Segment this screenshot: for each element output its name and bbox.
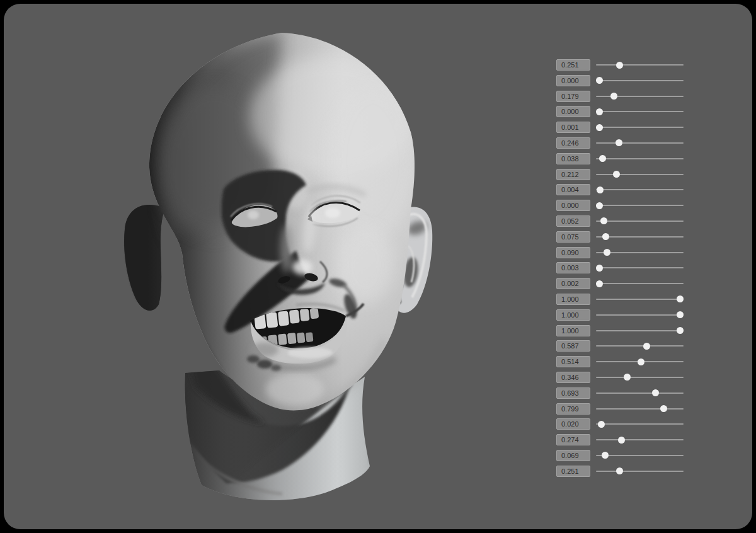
slider-value-field[interactable]: 0.020 [556, 418, 590, 430]
slider-value-field[interactable]: 0.004 [556, 184, 590, 195]
slider[interactable] [596, 450, 684, 461]
slider-value-field[interactable]: 0.587 [556, 340, 590, 352]
slider-track[interactable] [596, 345, 684, 347]
slider-track[interactable] [596, 111, 684, 112]
slider-track[interactable] [596, 455, 684, 456]
slider-value-field[interactable]: 0.002 [556, 278, 590, 289]
slider-value-field[interactable]: 0.000 [556, 75, 590, 86]
slider-track[interactable] [596, 96, 684, 97]
slider-handle[interactable] [602, 233, 609, 240]
slider[interactable] [596, 372, 684, 383]
slider-track[interactable] [596, 408, 684, 410]
slider[interactable] [596, 325, 684, 336]
slider-handle[interactable] [677, 311, 684, 318]
slider[interactable] [596, 215, 684, 227]
slider[interactable] [596, 340, 684, 352]
slider[interactable] [596, 153, 684, 164]
slider-handle[interactable] [596, 202, 603, 209]
slider-value-field[interactable]: 0.251 [556, 466, 590, 477]
slider[interactable] [596, 106, 684, 117]
slider[interactable] [596, 466, 684, 477]
slider[interactable] [596, 169, 684, 180]
slider-value-field[interactable]: 0.001 [556, 122, 590, 133]
slider[interactable] [596, 294, 684, 305]
slider-track[interactable] [596, 142, 684, 144]
slider-value-field[interactable]: 0.052 [556, 215, 590, 227]
slider-handle[interactable] [600, 217, 607, 224]
slider-track[interactable] [596, 283, 684, 284]
slider[interactable] [596, 75, 684, 86]
slider-value-field[interactable]: 0.179 [556, 91, 590, 102]
slider-track[interactable] [596, 267, 684, 268]
slider-handle[interactable] [596, 108, 603, 115]
slider[interactable] [596, 387, 684, 399]
slider[interactable] [596, 278, 684, 289]
slider-handle[interactable] [660, 405, 667, 412]
slider[interactable] [596, 247, 684, 258]
slider-value-field[interactable]: 0.038 [556, 153, 590, 164]
slider-handle[interactable] [599, 155, 606, 162]
slider[interactable] [596, 200, 684, 211]
slider-handle[interactable] [596, 280, 603, 287]
slider-handle[interactable] [616, 62, 623, 69]
slider-value-field[interactable]: 0.799 [556, 403, 590, 415]
slider-value-field[interactable]: 0.069 [556, 450, 590, 461]
slider[interactable] [596, 137, 684, 149]
slider[interactable] [596, 434, 684, 445]
slider-handle[interactable] [616, 467, 623, 474]
slider[interactable] [596, 122, 684, 133]
slider-value-field[interactable]: 0.075 [556, 231, 590, 243]
slider-value-field[interactable]: 1.000 [556, 294, 590, 305]
slider[interactable] [596, 184, 684, 195]
slider-handle[interactable] [596, 124, 603, 131]
slider-handle[interactable] [604, 249, 610, 256]
slider-track[interactable] [596, 299, 684, 300]
slider[interactable] [596, 356, 684, 367]
slider-track[interactable] [596, 127, 684, 128]
slider-handle[interactable] [596, 77, 603, 84]
slider[interactable] [596, 59, 684, 71]
slider-value-field[interactable]: 1.000 [556, 325, 590, 336]
slider-handle[interactable] [638, 358, 644, 365]
slider-handle[interactable] [597, 186, 604, 193]
slider-handle[interactable] [618, 437, 625, 444]
slider-value-field[interactable]: 0.003 [556, 262, 590, 273]
slider-handle[interactable] [610, 93, 617, 100]
slider-value-field[interactable]: 0.514 [556, 356, 590, 367]
slider-handle[interactable] [677, 295, 684, 302]
slider-value-field[interactable]: 0.251 [556, 59, 590, 71]
slider-value-field[interactable]: 0.000 [556, 106, 590, 117]
slider-track[interactable] [596, 314, 684, 316]
slider-track[interactable] [596, 64, 684, 66]
slider-track[interactable] [596, 189, 684, 190]
slider[interactable] [596, 262, 684, 273]
slider[interactable] [596, 231, 684, 243]
slider[interactable] [596, 91, 684, 102]
slider-handle[interactable] [652, 389, 659, 396]
slider-value-field[interactable]: 0.090 [556, 247, 590, 258]
slider-handle[interactable] [602, 452, 609, 459]
slider-value-field[interactable]: 0.246 [556, 137, 590, 149]
slider-value-field[interactable]: 1.000 [556, 309, 590, 321]
slider[interactable] [596, 309, 684, 321]
slider-track[interactable] [596, 80, 684, 81]
slider-handle[interactable] [624, 374, 631, 381]
slider-track[interactable] [596, 158, 684, 159]
slider-value-field[interactable]: 0.000 [556, 200, 590, 211]
slider-handle[interactable] [596, 265, 603, 272]
slider-track[interactable] [596, 393, 684, 394]
slider[interactable] [596, 403, 684, 415]
slider-handle[interactable] [616, 139, 622, 146]
slider-track[interactable] [596, 330, 684, 331]
slider-handle[interactable] [598, 421, 605, 428]
slider-track[interactable] [596, 205, 684, 206]
slider-track[interactable] [596, 174, 684, 175]
slider-handle[interactable] [613, 171, 620, 178]
slider-value-field[interactable]: 0.693 [556, 387, 590, 399]
slider-value-field[interactable]: 0.346 [556, 372, 590, 383]
slider-track[interactable] [596, 377, 684, 378]
slider-track[interactable] [596, 423, 684, 425]
slider-track[interactable] [596, 236, 684, 238]
slider-value-field[interactable]: 0.212 [556, 169, 590, 180]
slider-track[interactable] [596, 439, 684, 440]
